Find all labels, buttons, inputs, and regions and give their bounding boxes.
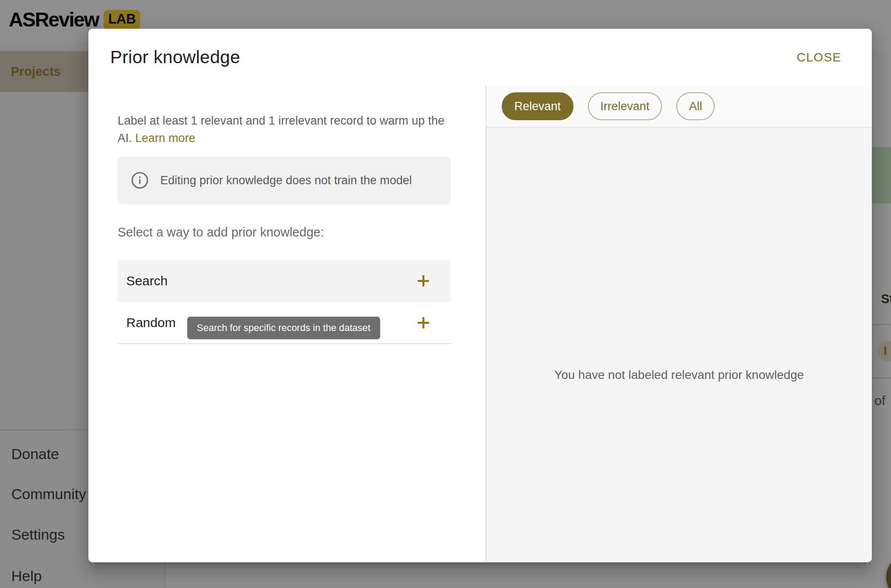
- add-random-button[interactable]: [414, 314, 432, 332]
- intro-text: Label at least 1 relevant and 1 irreleva…: [118, 112, 451, 147]
- info-note: Editing prior knowledge does not train t…: [118, 156, 451, 204]
- plus-icon: [417, 316, 430, 329]
- filter-chips-bar: Relevant Irrelevant All: [486, 86, 872, 128]
- method-list: Search Random: [118, 260, 451, 344]
- learn-more-link[interactable]: Learn more: [135, 132, 196, 145]
- info-note-text: Editing prior knowledge does not train t…: [160, 174, 412, 187]
- method-row-search[interactable]: Search: [118, 260, 451, 302]
- prior-knowledge-dialog: Prior knowledge CLOSE Label at least 1 r…: [88, 29, 872, 562]
- search-tooltip: Search for specific records in the datas…: [187, 317, 380, 339]
- add-search-button[interactable]: [414, 272, 432, 290]
- filter-chip-irrelevant[interactable]: Irrelevant: [588, 92, 662, 120]
- info-icon: [131, 171, 149, 189]
- method-label: Random: [126, 315, 176, 330]
- dialog-body: Label at least 1 relevant and 1 irreleva…: [88, 86, 872, 562]
- screen: ASReview LAB Projects Donate Community S…: [0, 0, 891, 588]
- filter-chip-relevant[interactable]: Relevant: [502, 92, 574, 120]
- dialog-header: Prior knowledge CLOSE: [88, 29, 872, 86]
- plus-icon: [417, 274, 430, 287]
- add-prior-panel: Label at least 1 relevant and 1 irreleva…: [88, 86, 486, 562]
- filter-chip-all[interactable]: All: [676, 92, 715, 120]
- method-label: Search: [126, 274, 168, 288]
- select-prompt: Select a way to add prior knowledge:: [118, 225, 451, 240]
- empty-state-message: You have not labeled relevant prior know…: [486, 368, 872, 382]
- close-button[interactable]: CLOSE: [787, 46, 851, 69]
- labeled-records-panel: Relevant Irrelevant All You have not lab…: [486, 86, 872, 562]
- dialog-title: Prior knowledge: [110, 47, 240, 68]
